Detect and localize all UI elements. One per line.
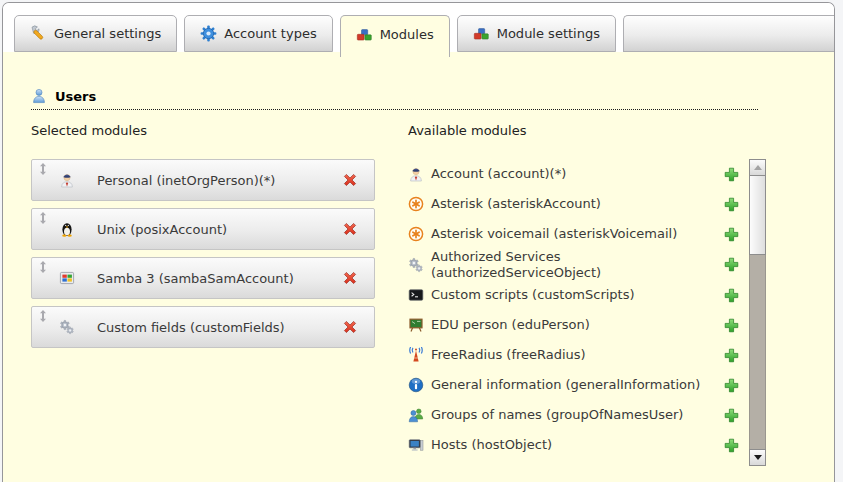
page: General settings Account types Modules M…	[0, 0, 843, 482]
available-module-row: Asterisk voicemail (asteriskVoicemail)	[408, 219, 740, 249]
drag-handle-icon[interactable]	[39, 163, 47, 175]
config-window: General settings Account types Modules M…	[2, 2, 835, 482]
tab-general-settings[interactable]: General settings	[14, 15, 177, 52]
available-module-row: General information (generalInformation)	[408, 370, 740, 400]
host-icon	[408, 437, 424, 453]
drag-handle-icon[interactable]	[39, 310, 47, 322]
module-label: Groups of names (groupOfNamesUser)	[431, 407, 723, 423]
available-module-row: Account (account)(*)	[408, 159, 740, 189]
add-module-button[interactable]	[723, 166, 740, 183]
modules-tab-content: Users Selected modules Personal (inetOrg…	[3, 52, 834, 482]
module-label: Custom fields (customFields)	[97, 320, 285, 335]
module-label: Asterisk voicemail (asteriskVoicemail)	[431, 226, 723, 242]
drag-handle-icon[interactable]	[39, 212, 47, 224]
module-label: Personal (inetOrgPerson)(*)	[97, 173, 275, 188]
add-module-button[interactable]	[723, 407, 740, 424]
module-label: FreeRadius (freeRadius)	[431, 347, 723, 363]
available-module-row: Hosts (hostObject)	[408, 430, 740, 460]
tab-modules[interactable]: Modules	[340, 15, 450, 57]
chalkboard-icon	[408, 317, 424, 333]
module-label: Asterisk (asteriskAccount)	[431, 196, 723, 212]
selected-module-row: Unix (posixAccount)	[31, 208, 375, 250]
module-label: Hosts (hostObject)	[431, 437, 723, 453]
personal-icon	[59, 172, 75, 188]
terminal-icon	[408, 287, 424, 303]
windows-icon	[59, 270, 75, 286]
gears-icon	[408, 257, 424, 273]
antenna-icon	[408, 347, 424, 363]
add-module-button[interactable]	[723, 196, 740, 213]
scrollbar-track[interactable]	[749, 255, 766, 449]
scroll-up-icon[interactable]	[749, 159, 766, 176]
selected-module-row: Samba 3 (sambaSamAccount)	[31, 257, 375, 299]
section-title: Users	[55, 89, 96, 104]
module-label: Unix (posixAccount)	[97, 222, 227, 237]
add-module-button[interactable]	[723, 256, 740, 273]
add-module-button[interactable]	[723, 287, 740, 304]
module-label: EDU person (eduPerson)	[431, 317, 723, 333]
selected-modules-list: Personal (inetOrgPerson)(*) Unix (posixA…	[31, 159, 408, 348]
add-module-button[interactable]	[723, 317, 740, 334]
asterisk-icon	[408, 226, 424, 242]
gear-icon	[200, 25, 217, 42]
modules-icon	[473, 26, 490, 42]
add-module-button[interactable]	[723, 377, 740, 394]
module-label: Custom scripts (customScripts)	[431, 287, 723, 303]
tux-icon	[59, 221, 75, 237]
available-modules-list: Account (account)(*) Asterisk (asteriskA…	[408, 159, 740, 466]
modules-icon	[356, 27, 373, 43]
gears-icon	[59, 319, 75, 335]
personal-icon	[408, 166, 424, 182]
scrollbar-thumb[interactable]	[749, 176, 766, 255]
available-modules-scrollbar	[749, 159, 766, 466]
available-modules-heading: Available modules	[408, 123, 766, 138]
tab-bar-filler	[623, 15, 834, 52]
tab-account-types[interactable]: Account types	[184, 15, 332, 52]
available-module-row: Authorized Services (authorizedServiceOb…	[408, 249, 740, 280]
available-module-row: Asterisk (asteriskAccount)	[408, 189, 740, 219]
module-label: Authorized Services (authorizedServiceOb…	[431, 249, 723, 280]
user-icon	[31, 88, 47, 104]
info-icon	[408, 377, 424, 393]
group-icon	[408, 407, 424, 423]
add-module-button[interactable]	[723, 347, 740, 364]
remove-module-button[interactable]	[341, 269, 359, 287]
wrench-icon	[30, 25, 47, 42]
selected-module-row: Personal (inetOrgPerson)(*)	[31, 159, 375, 201]
add-module-button[interactable]	[723, 226, 740, 243]
remove-module-button[interactable]	[341, 318, 359, 336]
available-module-row: Groups of names (groupOfNamesUser)	[408, 400, 740, 430]
selected-modules-heading: Selected modules	[31, 123, 408, 138]
tab-bar: General settings Account types Modules M…	[3, 3, 834, 52]
selected-module-row: Custom fields (customFields)	[31, 306, 375, 348]
selected-modules-panel: Selected modules Personal (inetOrgPerson…	[31, 123, 408, 466]
module-label: Account (account)(*)	[431, 166, 723, 182]
remove-module-button[interactable]	[341, 220, 359, 238]
module-label: Samba 3 (sambaSamAccount)	[97, 271, 294, 286]
users-section-header: Users	[31, 88, 758, 110]
tab-module-settings[interactable]: Module settings	[457, 15, 616, 52]
remove-module-button[interactable]	[341, 171, 359, 189]
add-module-button[interactable]	[723, 437, 740, 454]
available-modules-panel: Available modules Account (account)(*) A…	[408, 123, 766, 466]
available-module-row: EDU person (eduPerson)	[408, 310, 740, 340]
available-module-row: FreeRadius (freeRadius)	[408, 340, 740, 370]
available-module-row: Custom scripts (customScripts)	[408, 280, 740, 310]
module-label: General information (generalInformation)	[431, 377, 723, 393]
asterisk-icon	[408, 196, 424, 212]
scroll-down-icon[interactable]	[749, 449, 766, 466]
drag-handle-icon[interactable]	[39, 261, 47, 273]
